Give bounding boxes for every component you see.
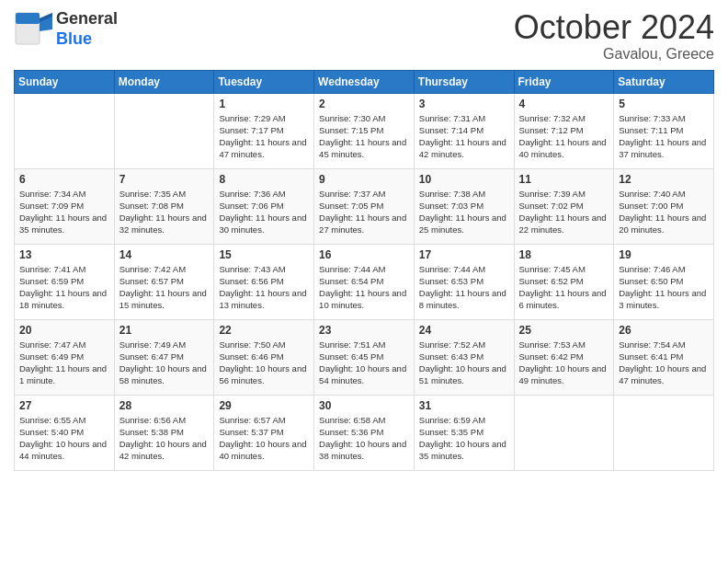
day-info: Sunrise: 7:54 AM Sunset: 6:41 PM Dayligh… [619,339,709,387]
day-info: Sunrise: 7:43 AM Sunset: 6:56 PM Dayligh… [219,263,309,312]
day-number: 21 [119,324,210,337]
day-info: Sunrise: 7:39 AM Sunset: 7:02 PM Dayligh… [519,188,609,236]
day-cell-1-1: 7Sunrise: 7:35 AM Sunset: 7:08 PM Daylig… [114,168,214,244]
header-monday: Monday [114,70,214,93]
week-row-2: 6Sunrise: 7:34 AM Sunset: 7:09 PM Daylig… [15,168,714,244]
day-number: 14 [119,248,210,261]
day-info: Sunrise: 7:51 AM Sunset: 6:45 PM Dayligh… [319,339,409,387]
day-cell-1-5: 11Sunrise: 7:39 AM Sunset: 7:02 PM Dayli… [514,168,614,244]
day-cell-0-1 [114,93,214,168]
day-info: Sunrise: 7:50 AM Sunset: 6:46 PM Dayligh… [219,339,309,387]
day-cell-0-3: 2Sunrise: 7:30 AM Sunset: 7:15 PM Daylig… [314,93,415,168]
day-cell-4-4: 31Sunrise: 6:59 AM Sunset: 5:35 PM Dayli… [414,395,514,470]
day-cell-2-6: 19Sunrise: 7:46 AM Sunset: 6:50 PM Dayli… [614,244,714,319]
day-info: Sunrise: 7:32 AM Sunset: 7:12 PM Dayligh… [519,112,609,161]
day-info: Sunrise: 7:33 AM Sunset: 7:11 PM Dayligh… [619,112,709,161]
svg-rect-1 [16,13,40,24]
day-number: 1 [219,98,309,110]
day-cell-0-2: 1Sunrise: 7:29 AM Sunset: 7:17 PM Daylig… [214,93,314,168]
day-info: Sunrise: 7:44 AM Sunset: 6:54 PM Dayligh… [319,263,409,312]
day-number: 31 [419,399,509,412]
day-number: 29 [219,399,309,412]
week-row-3: 13Sunrise: 7:41 AM Sunset: 6:59 PM Dayli… [15,244,714,319]
day-cell-1-0: 6Sunrise: 7:34 AM Sunset: 7:09 PM Daylig… [15,168,115,244]
day-info: Sunrise: 7:45 AM Sunset: 6:52 PM Dayligh… [519,263,609,312]
day-cell-2-3: 16Sunrise: 7:44 AM Sunset: 6:54 PM Dayli… [314,244,415,319]
header-tuesday: Tuesday [214,70,314,93]
day-number: 22 [219,324,309,337]
day-number: 19 [619,248,709,261]
day-info: Sunrise: 6:58 AM Sunset: 5:36 PM Dayligh… [319,414,409,463]
logo-icon [14,11,52,50]
day-cell-3-6: 26Sunrise: 7:54 AM Sunset: 6:41 PM Dayli… [614,319,714,395]
day-cell-1-2: 8Sunrise: 7:36 AM Sunset: 7:06 PM Daylig… [214,168,314,244]
day-info: Sunrise: 7:47 AM Sunset: 6:49 PM Dayligh… [19,339,109,387]
logo-text: General Blue [56,9,118,49]
day-number: 28 [119,399,210,412]
day-cell-2-4: 17Sunrise: 7:44 AM Sunset: 6:53 PM Dayli… [414,244,514,319]
day-number: 16 [319,248,409,261]
day-info: Sunrise: 7:40 AM Sunset: 7:00 PM Dayligh… [619,188,709,236]
day-number: 13 [19,248,109,261]
day-number: 5 [619,98,709,110]
day-cell-0-4: 3Sunrise: 7:31 AM Sunset: 7:14 PM Daylig… [414,93,514,168]
day-number: 27 [19,399,109,412]
day-number: 2 [319,98,409,110]
header-saturday: Saturday [614,70,714,93]
day-number: 10 [419,173,509,186]
day-cell-3-1: 21Sunrise: 7:49 AM Sunset: 6:47 PM Dayli… [114,319,214,395]
day-info: Sunrise: 7:44 AM Sunset: 6:53 PM Dayligh… [419,263,509,312]
day-number: 9 [319,173,409,186]
day-number: 26 [619,324,709,337]
location-subtitle: Gavalou, Greece [514,46,714,63]
day-cell-3-5: 25Sunrise: 7:53 AM Sunset: 6:42 PM Dayli… [514,319,614,395]
logo-general: General [56,9,118,29]
day-info: Sunrise: 7:52 AM Sunset: 6:43 PM Dayligh… [419,339,509,387]
logo: General Blue [14,9,118,50]
weekday-header-row: Sunday Monday Tuesday Wednesday Thursday… [15,70,714,93]
day-info: Sunrise: 7:46 AM Sunset: 6:50 PM Dayligh… [619,263,709,312]
day-cell-0-6: 5Sunrise: 7:33 AM Sunset: 7:11 PM Daylig… [614,93,714,168]
logo-blue: Blue [56,29,118,50]
day-cell-1-4: 10Sunrise: 7:38 AM Sunset: 7:03 PM Dayli… [414,168,514,244]
day-number: 18 [519,248,609,261]
header-friday: Friday [514,70,614,93]
day-info: Sunrise: 7:34 AM Sunset: 7:09 PM Dayligh… [19,188,109,236]
day-cell-3-4: 24Sunrise: 7:52 AM Sunset: 6:43 PM Dayli… [414,319,514,395]
week-row-1: 1Sunrise: 7:29 AM Sunset: 7:17 PM Daylig… [15,93,714,168]
day-cell-2-5: 18Sunrise: 7:45 AM Sunset: 6:52 PM Dayli… [514,244,614,319]
day-number: 11 [519,173,609,186]
day-info: Sunrise: 7:38 AM Sunset: 7:03 PM Dayligh… [419,188,509,236]
day-cell-1-3: 9Sunrise: 7:37 AM Sunset: 7:05 PM Daylig… [314,168,415,244]
day-info: Sunrise: 7:53 AM Sunset: 6:42 PM Dayligh… [519,339,609,387]
day-cell-0-0 [15,93,115,168]
day-number: 12 [619,173,709,186]
day-info: Sunrise: 7:42 AM Sunset: 6:57 PM Dayligh… [119,263,210,312]
day-number: 15 [219,248,309,261]
calendar-table: Sunday Monday Tuesday Wednesday Thursday… [14,70,714,471]
week-row-5: 27Sunrise: 6:55 AM Sunset: 5:40 PM Dayli… [15,395,714,470]
day-number: 20 [19,324,109,337]
day-info: Sunrise: 7:30 AM Sunset: 7:15 PM Dayligh… [319,112,409,161]
day-number: 8 [219,173,309,186]
header-thursday: Thursday [414,70,514,93]
day-cell-2-0: 13Sunrise: 7:41 AM Sunset: 6:59 PM Dayli… [15,244,115,319]
day-info: Sunrise: 7:29 AM Sunset: 7:17 PM Dayligh… [219,112,309,161]
day-cell-3-3: 23Sunrise: 7:51 AM Sunset: 6:45 PM Dayli… [314,319,415,395]
day-number: 6 [19,173,109,186]
day-number: 17 [419,248,509,261]
calendar-page: General Blue October 2024 Gavalou, Greec… [0,0,728,563]
day-number: 7 [119,173,210,186]
title-section: October 2024 Gavalou, Greece [514,9,714,63]
day-info: Sunrise: 7:41 AM Sunset: 6:59 PM Dayligh… [19,263,109,312]
day-cell-4-6 [614,395,714,470]
day-info: Sunrise: 7:49 AM Sunset: 6:47 PM Dayligh… [119,339,210,387]
day-number: 4 [519,98,609,110]
day-number: 30 [319,399,409,412]
day-cell-4-5 [514,395,614,470]
day-number: 3 [419,98,509,110]
week-row-4: 20Sunrise: 7:47 AM Sunset: 6:49 PM Dayli… [15,319,714,395]
day-cell-3-0: 20Sunrise: 7:47 AM Sunset: 6:49 PM Dayli… [15,319,115,395]
month-title: October 2024 [514,9,714,46]
day-info: Sunrise: 6:55 AM Sunset: 5:40 PM Dayligh… [19,414,109,463]
